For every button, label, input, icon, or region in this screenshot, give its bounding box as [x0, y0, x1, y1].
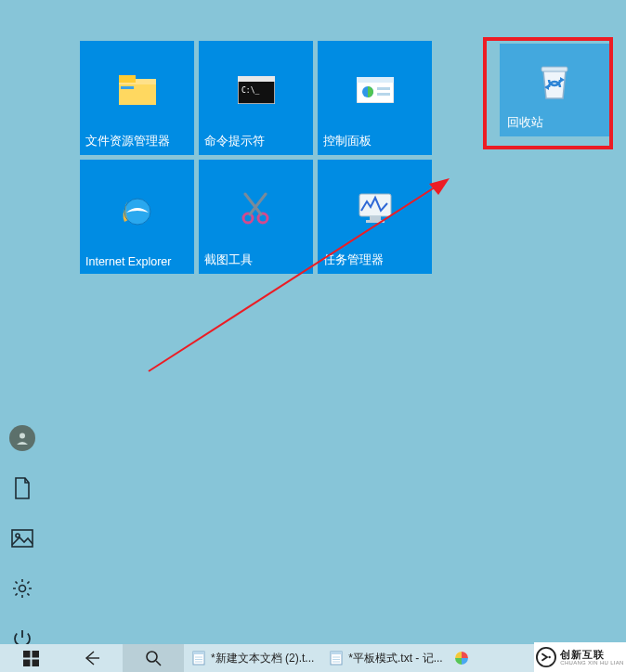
tile-internet-explorer[interactable]: Internet Explorer [80, 160, 194, 274]
svg-rect-20 [366, 220, 385, 223]
watermark-text-line2: CHUANG XIN HU LIAN [560, 660, 623, 666]
tile-label: 截图工具 [204, 252, 307, 268]
taskbar: *新建文本文档 (2).t... *平板模式.txt - 记... [0, 644, 626, 672]
tile-label: 控制面板 [323, 134, 426, 149]
svg-rect-1 [119, 75, 136, 83]
tile-file-explorer[interactable]: 文件资源管理器 [80, 41, 194, 155]
internet-explorer-icon [85, 165, 189, 255]
task-manager-icon [323, 165, 426, 252]
svg-point-28 [16, 534, 20, 537]
notepad-icon [191, 651, 206, 666]
svg-rect-30 [23, 651, 31, 658]
taskbar-entry-label: *新建文本文档 (2).t... [211, 651, 314, 666]
tile-label: Internet Explorer [85, 255, 189, 268]
watermark-logo-icon [536, 647, 556, 667]
search-button[interactable] [123, 644, 184, 672]
tablet-desktop: 文件资源管理器 C:\_ 命令提示符 [0, 0, 626, 644]
svg-rect-42 [331, 652, 342, 654]
watermark-text-line1: 创新互联 [560, 650, 623, 660]
notepad-icon [329, 651, 344, 666]
taskbar-entry-notepad-1[interactable]: *新建文本文档 (2).t... [184, 644, 321, 672]
command-prompt-icon: C:\_ [204, 46, 307, 134]
svg-rect-37 [193, 652, 204, 654]
svg-rect-3 [121, 86, 134, 89]
user-icon [15, 431, 30, 446]
start-rail [0, 425, 45, 652]
settings-button[interactable] [9, 575, 35, 601]
svg-text:C:\_: C:\_ [241, 86, 259, 95]
color-circle-icon [454, 651, 469, 666]
svg-rect-32 [23, 659, 31, 666]
search-icon [145, 650, 162, 666]
svg-point-29 [20, 586, 26, 592]
tile-label: 回收站 [507, 115, 602, 131]
svg-rect-27 [12, 530, 33, 547]
tile-command-prompt[interactable]: C:\_ 命令提示符 [199, 41, 313, 155]
tile-snipping-tool[interactable]: 截图工具 [199, 160, 313, 274]
svg-rect-31 [32, 651, 39, 658]
tile-control-panel[interactable]: 控制面板 [318, 41, 432, 155]
control-panel-icon [323, 46, 426, 134]
svg-point-26 [20, 433, 25, 439]
picture-icon [11, 529, 33, 548]
svg-rect-21 [541, 67, 567, 71]
gear-icon [12, 578, 33, 599]
svg-rect-11 [377, 93, 390, 96]
document-icon [13, 477, 32, 499]
watermark: 创新互联 CHUANG XIN HU LIAN [534, 642, 626, 672]
taskbar-entry-label: *平板模式.txt - 记... [348, 651, 442, 666]
windows-logo-icon [23, 651, 39, 666]
start-button[interactable] [0, 644, 61, 672]
pictures-button[interactable] [9, 525, 35, 551]
tile-label: 任务管理器 [323, 252, 426, 268]
svg-rect-33 [32, 659, 39, 666]
snipping-tool-icon [204, 165, 307, 252]
tile-label: 文件资源管理器 [85, 134, 189, 149]
svg-rect-19 [370, 216, 381, 220]
svg-line-35 [156, 661, 161, 666]
svg-rect-8 [357, 77, 394, 83]
file-explorer-icon [85, 46, 189, 134]
user-account-button[interactable] [9, 425, 35, 451]
taskbar-entry-color-app[interactable] [450, 644, 473, 672]
taskbar-entry-notepad-2[interactable]: *平板模式.txt - 记... [321, 644, 450, 672]
svg-point-48 [549, 656, 551, 658]
tile-recycle-bin[interactable]: 回收站 [500, 44, 609, 136]
svg-marker-25 [429, 178, 450, 195]
svg-point-34 [147, 652, 157, 662]
svg-rect-10 [377, 87, 390, 90]
tile-label: 命令提示符 [204, 134, 307, 149]
recycle-bin-icon [507, 46, 602, 115]
svg-rect-5 [238, 76, 275, 82]
tile-task-manager[interactable]: 任务管理器 [318, 160, 432, 274]
back-button[interactable] [61, 644, 123, 672]
documents-button[interactable] [9, 475, 35, 501]
back-arrow-icon [83, 649, 101, 667]
